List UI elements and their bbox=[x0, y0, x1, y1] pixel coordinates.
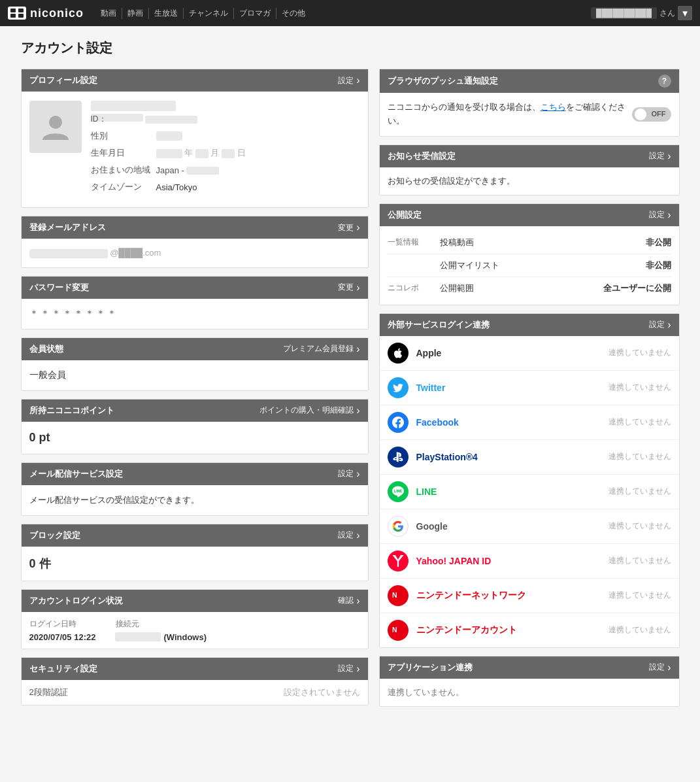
service-icon-facebook bbox=[388, 412, 408, 433]
birthday-row: 生年月日 年 月 日 bbox=[91, 147, 360, 159]
member-header-label: 会員状態 bbox=[29, 343, 63, 355]
logo-text: niconico bbox=[30, 7, 84, 20]
block-section: ブロック設定 設定 0 件 bbox=[21, 524, 369, 581]
service-row-apple[interactable]: Apple連携していません bbox=[380, 336, 679, 371]
main-columns: プロフィール設定 設定 ID： bbox=[21, 69, 680, 707]
mail-settings-link[interactable]: 設定 bbox=[338, 468, 359, 480]
year-masked bbox=[156, 149, 182, 158]
nav-image[interactable]: 静画 bbox=[122, 8, 149, 19]
svg-rect-3 bbox=[18, 14, 24, 18]
month-masked bbox=[195, 149, 208, 158]
service-row-nintendo-account[interactable]: Nニンテンドーアカウント連携していません bbox=[380, 613, 679, 647]
id-value-masked bbox=[145, 116, 197, 124]
login-row-header: ログイン日時 接続元 bbox=[29, 619, 360, 630]
app-settings-link[interactable]: 設定 bbox=[649, 662, 671, 673]
gender-row: 性別 bbox=[91, 130, 360, 142]
member-body: 一般会員 bbox=[22, 360, 368, 390]
security-body: 2段階認証 設定されていません bbox=[22, 680, 368, 705]
email-change-link[interactable]: 変更 bbox=[338, 222, 359, 233]
public-row-2: ニコレポ 公開範囲 全ユーザーに公開 bbox=[388, 277, 671, 299]
service-icon-google bbox=[388, 516, 408, 537]
service-name-nintendo-account: ニンテンドーアカウント bbox=[416, 624, 601, 636]
login-status-header-label: アカウントログイン状況 bbox=[29, 595, 123, 607]
service-icon-line bbox=[388, 481, 408, 502]
user-dropdown-button[interactable]: ▼ bbox=[678, 6, 692, 20]
mail-header-label: メール配信サービス設定 bbox=[29, 468, 123, 480]
location-value: Japan - bbox=[156, 165, 220, 175]
points-action-link[interactable]: ポイントの購入・明細確認 bbox=[259, 405, 359, 416]
page-title: アカウント設定 bbox=[21, 39, 680, 57]
service-status-twitter: 連携していません bbox=[608, 382, 671, 393]
security-settings-link[interactable]: 設定 bbox=[338, 663, 359, 675]
public-header-label: 公開設定 bbox=[388, 209, 422, 221]
service-row-twitter[interactable]: Twitter連携していません bbox=[380, 371, 679, 405]
gender-label: 性別 bbox=[91, 130, 156, 142]
login-status-confirm-link[interactable]: 確認 bbox=[338, 595, 359, 607]
public-settings-link[interactable]: 設定 bbox=[649, 209, 671, 221]
service-row-playstation[interactable]: PlayStation®4連携していません bbox=[380, 440, 679, 475]
nav-other[interactable]: その他 bbox=[276, 8, 310, 19]
points-header: 所持ニコニコポイント ポイントの購入・明細確認 bbox=[22, 400, 368, 422]
service-name-playstation: PlayStation®4 bbox=[416, 452, 601, 462]
public-section-label-2: ニコレポ bbox=[388, 282, 440, 294]
nav-blog[interactable]: ブロマガ bbox=[234, 8, 276, 19]
username: ██████████ bbox=[591, 7, 657, 19]
public-item-0: 投稿動画 bbox=[440, 237, 646, 248]
notify-settings-link[interactable]: 設定 bbox=[649, 150, 671, 162]
email-header: 登録メールアドレス 変更 bbox=[22, 216, 368, 239]
mail-description: メール配信サービスの受信設定ができます。 bbox=[29, 495, 199, 505]
notify-header: お知らせ受信設定 設定 bbox=[380, 145, 679, 167]
profile-settings-link[interactable]: 設定 bbox=[338, 75, 359, 86]
service-row-facebook[interactable]: Facebook連携していません bbox=[380, 405, 679, 440]
push-body: ニコニコからの通知を受け取る場合は、こちらをご確認ください。 OFF bbox=[380, 93, 679, 136]
push-text-before: ニコニコからの通知を受け取る場合は、 bbox=[388, 102, 541, 112]
login-status-section: アカウントログイン状況 確認 ログイン日時 接続元 2020/07/05 12:… bbox=[21, 589, 369, 649]
password-change-link[interactable]: 変更 bbox=[338, 282, 359, 294]
password-header: パスワード変更 変更 bbox=[22, 277, 368, 299]
location-region-masked bbox=[186, 167, 219, 175]
gender-value-masked bbox=[156, 131, 182, 141]
push-toggle[interactable]: OFF bbox=[632, 107, 671, 122]
notify-header-label: お知らせ受信設定 bbox=[388, 150, 456, 162]
logo: niconico bbox=[8, 7, 84, 20]
service-status-yahoo: 連携していません bbox=[608, 555, 671, 566]
login-col2-label: 接続元 bbox=[116, 619, 139, 630]
security-section: セキュリティ設定 設定 2段階認証 設定されていません bbox=[21, 657, 369, 706]
service-icon-playstation bbox=[388, 447, 408, 468]
service-status-facebook: 連携していません bbox=[608, 416, 671, 428]
san-label: さん bbox=[659, 8, 675, 19]
public-value-0: 非公開 bbox=[646, 237, 671, 248]
push-link[interactable]: こちら bbox=[541, 102, 566, 112]
svg-text:N: N bbox=[392, 626, 397, 634]
toggle-knob bbox=[635, 109, 646, 120]
service-row-line[interactable]: LINE連携していません bbox=[380, 475, 679, 509]
points-body: 0 pt bbox=[22, 422, 368, 454]
nav-video[interactable]: 動画 bbox=[95, 8, 122, 19]
profile-name-masked bbox=[91, 101, 176, 111]
service-row-google[interactable]: Google連携していません bbox=[380, 509, 679, 544]
push-text: ニコニコからの通知を受け取る場合は、こちらをご確認ください。 bbox=[388, 101, 627, 128]
security-header-label: セキュリティ設定 bbox=[29, 663, 97, 675]
member-register-link[interactable]: プレミアム会員登録 bbox=[283, 343, 359, 355]
svg-point-4 bbox=[49, 116, 62, 129]
public-section-label-0: 一覧情報 bbox=[388, 237, 440, 248]
logo-icon bbox=[8, 7, 26, 20]
push-header: ブラウザのプッシュ通知設定 ? bbox=[380, 69, 679, 93]
birthday-value: 年 月 日 bbox=[156, 147, 246, 159]
service-icon-twitter bbox=[388, 377, 408, 398]
service-row-yahoo[interactable]: Yahoo! JAPAN ID連携していません bbox=[380, 544, 679, 579]
member-section: 会員状態 プレミアム会員登録 一般会員 bbox=[21, 337, 369, 391]
nav-live[interactable]: 生放送 bbox=[149, 8, 184, 19]
service-row-nintendo-net[interactable]: Nニンテンドーネットワーク連携していません bbox=[380, 579, 679, 613]
block-settings-link[interactable]: 設定 bbox=[338, 530, 359, 541]
public-section: 公開設定 設定 一覧情報 投稿動画 非公開 公開マイリスト 非公開 bbox=[379, 203, 680, 305]
login-row-data: 2020/07/05 12:22 (Windows) bbox=[29, 632, 360, 642]
push-help-icon[interactable]: ? bbox=[658, 75, 671, 88]
nav-channel[interactable]: チャンネル bbox=[184, 8, 234, 19]
toggle-label: OFF bbox=[652, 109, 666, 120]
mail-section: メール配信サービス設定 設定 メール配信サービスの受信設定ができます。 bbox=[21, 462, 369, 516]
external-settings-link[interactable]: 設定 bbox=[649, 319, 671, 331]
service-icon-yahoo bbox=[388, 551, 408, 571]
page: アカウント設定 プロフィール設定 設定 bbox=[10, 26, 690, 720]
profile-section: プロフィール設定 設定 ID： bbox=[21, 69, 369, 208]
